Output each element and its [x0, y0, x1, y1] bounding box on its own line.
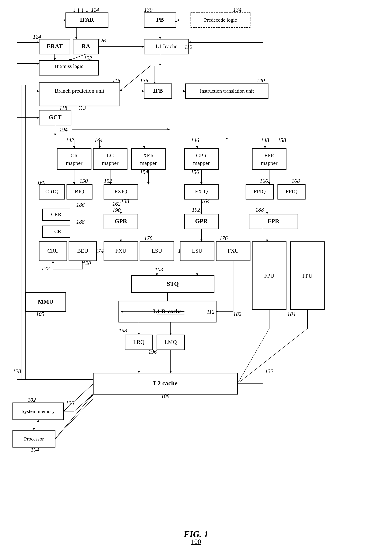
ref-186: 186: [76, 202, 84, 208]
ref-102: 102: [28, 397, 36, 403]
ref-136: 136: [140, 77, 148, 84]
cru-label: CRU: [47, 248, 59, 254]
lc-mapper-label2: mapper: [102, 160, 119, 166]
ref-162: 162: [112, 201, 121, 207]
lrq-label: LRQ: [133, 339, 144, 345]
systemmemory-label: System memory: [22, 408, 55, 414]
fpu2-label: FPU: [302, 273, 313, 279]
ref-105: 105: [36, 311, 44, 317]
svg-rect-47: [57, 148, 91, 170]
ref-112: 112: [207, 309, 215, 315]
ref-168: 168: [292, 178, 300, 184]
svg-rect-49: [132, 148, 165, 170]
xer-mapper-label2: mapper: [140, 160, 157, 166]
ref-122: 122: [84, 55, 92, 61]
ref-fpr: 188: [255, 207, 264, 213]
ref-124: 124: [33, 34, 41, 40]
ref-144: 144: [94, 137, 103, 143]
fxiq1-label: FXIQ: [114, 189, 127, 195]
fxiq2-label: FXIQ: [195, 189, 208, 195]
lc-mapper-label: LC: [107, 152, 114, 159]
ref-192: 192: [192, 207, 200, 213]
ref-166: 166: [260, 178, 268, 184]
reference-number: 100: [191, 538, 201, 546]
ref-174: 174: [95, 248, 104, 254]
ref-134: 134: [233, 7, 241, 13]
lmq-label: LMQ: [165, 339, 177, 345]
l2cache-label: L2 cache: [153, 380, 177, 387]
ref-194: 194: [59, 126, 68, 133]
ref-138: 138: [121, 198, 129, 204]
svg-rect-21: [39, 83, 120, 106]
svg-rect-50: [184, 148, 218, 170]
beu-label: BEU: [77, 248, 88, 254]
fpr-mapper-label2: mapper: [261, 160, 278, 166]
gpr-mapper-label: GPR: [196, 152, 207, 159]
svg-rect-51: [252, 148, 286, 170]
ifb-label: IFB: [153, 87, 163, 94]
fpu1-label: FPU: [264, 273, 274, 279]
svg-rect-48: [93, 148, 127, 170]
hit-miss-label: Hit/miss logic: [55, 63, 83, 69]
ref-130: 130: [144, 7, 153, 13]
ref-118: 118: [59, 105, 67, 111]
ref-146: 146: [191, 137, 199, 143]
mmu-label: MMU: [38, 298, 53, 305]
ra-label: RA: [82, 43, 90, 49]
lcr-label: LCR: [51, 229, 61, 234]
ref-126: 126: [98, 37, 106, 44]
cr-mapper-label: CR: [70, 152, 78, 159]
ref-108: 108: [161, 393, 169, 399]
ref-103: 103: [155, 266, 163, 273]
biq-label: BIQ: [75, 189, 84, 195]
ref-152: 152: [104, 178, 112, 184]
ref-132: 132: [265, 368, 273, 374]
branch-pred-label: Branch prediction unit: [55, 88, 105, 94]
ref-154: 154: [140, 169, 148, 175]
ref-176: 176: [219, 235, 228, 241]
ref-178: 178: [144, 235, 153, 241]
ifar-label: IFAR: [80, 16, 94, 23]
fpiq1-label: FPIQ: [254, 189, 266, 195]
criq-label: CRIQ: [45, 189, 58, 195]
erat-label: ERAT: [47, 43, 63, 49]
l1icache-label: L1 Icache: [155, 43, 177, 49]
ref-172: 172: [41, 266, 50, 272]
ref-182: 182: [233, 311, 241, 317]
ref-142: 142: [66, 137, 74, 143]
ref-110: 110: [184, 44, 192, 50]
gpr2-label: GPR: [195, 218, 208, 224]
ref-104: 104: [31, 447, 39, 453]
fpr-label: FPR: [268, 218, 280, 224]
itu-label: Instruction translation unit: [200, 88, 254, 94]
ref-184: 184: [287, 311, 295, 317]
ref-156: 156: [191, 169, 199, 175]
l1dcache-label: L1 D-cache: [153, 308, 182, 314]
lsu1-label: LSU: [152, 248, 162, 254]
lsu2-label: LSU: [192, 248, 202, 254]
ref-116: 116: [112, 77, 120, 84]
pb-label: PB: [156, 16, 164, 23]
ref-120: 120: [83, 260, 91, 266]
cu-label: CU: [78, 105, 86, 111]
processor-label: Processor: [24, 436, 44, 441]
cr-mapper-label2: mapper: [66, 160, 83, 166]
ref-158: 158: [278, 137, 286, 143]
ref-114: 114: [91, 7, 99, 13]
ref-188: 188: [76, 219, 84, 225]
gct-label: GCT: [49, 114, 62, 120]
crr-label: CRR: [51, 212, 61, 217]
ref-190: 190: [112, 207, 121, 213]
stq-label: STQ: [167, 280, 179, 287]
ref-164: 164: [201, 198, 210, 204]
predecode-label: Predecode logic: [204, 17, 237, 23]
fxu2-label: FXU: [228, 248, 239, 254]
fpr-mapper-label: FPR: [264, 152, 274, 159]
ref-198: 198: [119, 328, 127, 334]
xer-mapper-label: XER: [143, 152, 154, 159]
fpiq2-label: FPIQ: [286, 189, 298, 195]
gpr-mapper-label2: mapper: [193, 160, 210, 166]
ref-140: 140: [257, 77, 265, 84]
ref-150: 150: [79, 178, 88, 184]
diagram-container: IFAR 114 ERAT 124 RA 126 Hit/miss logic …: [0, 0, 392, 552]
